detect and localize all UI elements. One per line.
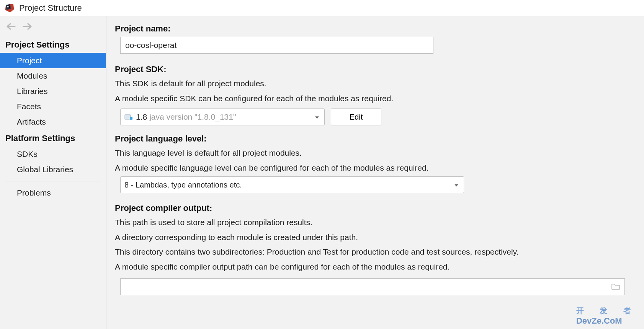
sidebar-divider bbox=[5, 181, 101, 181]
title-bar: Project Structure bbox=[0, 0, 644, 16]
sidebar-item-problems[interactable]: Problems bbox=[0, 185, 106, 201]
sidebar-item-label: SDKs bbox=[17, 150, 38, 158]
project-settings-header: Project Settings bbox=[0, 36, 106, 53]
language-level-dropdown[interactable]: 8 - Lambdas, type annotations etc. bbox=[120, 176, 464, 193]
lang-help-text: This language level is default for all p… bbox=[115, 147, 636, 160]
chevron-down-icon bbox=[314, 113, 320, 122]
compiler-output-row bbox=[120, 278, 636, 295]
back-icon[interactable] bbox=[5, 22, 16, 31]
sidebar-item-sdks[interactable]: SDKs bbox=[0, 146, 106, 162]
sidebar-item-label: Facets bbox=[17, 102, 41, 111]
dialog-body: Project Settings Project Modules Librari… bbox=[0, 16, 644, 329]
sdk-help-text: This SDK is default for all project modu… bbox=[115, 77, 636, 90]
svg-rect-3 bbox=[7, 6, 8, 7]
sdk-name: 1.8 bbox=[136, 112, 147, 122]
project-sdk-dropdown[interactable]: 1.8 java version "1.8.0_131" bbox=[120, 109, 325, 125]
sdk-row: 1.8 java version "1.8.0_131" Edit bbox=[120, 109, 636, 125]
jdk-icon bbox=[124, 114, 133, 120]
folder-browse-icon[interactable] bbox=[611, 283, 621, 291]
platform-settings-header: Platform Settings bbox=[0, 130, 106, 146]
sidebar-item-label: Artifacts bbox=[17, 117, 46, 126]
sidebar-item-project[interactable]: Project bbox=[0, 53, 106, 68]
sidebar: Project Settings Project Modules Librari… bbox=[0, 16, 106, 329]
sidebar-item-label: Problems bbox=[17, 188, 51, 197]
svg-rect-4 bbox=[8, 6, 9, 7]
compiler-output-input[interactable] bbox=[120, 278, 625, 295]
compiler-output-label: Project compiler output: bbox=[115, 203, 636, 213]
chevron-down-icon bbox=[454, 181, 459, 189]
svg-rect-5 bbox=[125, 115, 131, 119]
sidebar-item-label: Global Libraries bbox=[17, 165, 73, 174]
window-title: Project Structure bbox=[19, 3, 82, 13]
compiler-help-text: This path is used to store all project c… bbox=[115, 216, 636, 229]
main-panel: Project name: Project SDK: This SDK is d… bbox=[106, 16, 644, 329]
sdk-version: java version "1.8.0_131" bbox=[149, 112, 236, 122]
compiler-help-text: A directory corresponding to each module… bbox=[115, 231, 636, 244]
sdk-help-text: A module specific SDK can be configured … bbox=[115, 92, 636, 105]
project-sdk-label: Project SDK: bbox=[115, 64, 636, 74]
language-level-label: Project language level: bbox=[115, 134, 636, 144]
project-name-label: Project name: bbox=[115, 24, 636, 34]
sidebar-item-label: Libraries bbox=[17, 87, 48, 95]
sidebar-item-global-libraries[interactable]: Global Libraries bbox=[0, 162, 106, 177]
compiler-help-text: A module specific compiler output path c… bbox=[115, 261, 636, 273]
lang-help-text: A module specific language level can be … bbox=[115, 162, 636, 174]
sidebar-item-artifacts[interactable]: Artifacts bbox=[0, 114, 106, 130]
nav-arrows bbox=[0, 18, 106, 36]
language-level-value: 8 - Lambdas, type annotations etc. bbox=[124, 181, 242, 189]
project-name-input[interactable] bbox=[120, 37, 433, 54]
forward-icon[interactable] bbox=[22, 22, 33, 31]
sidebar-item-facets[interactable]: Facets bbox=[0, 99, 106, 114]
intellij-icon bbox=[5, 3, 15, 13]
svg-rect-6 bbox=[130, 117, 132, 120]
sidebar-item-label: Modules bbox=[17, 71, 47, 80]
sidebar-item-label: Project bbox=[17, 56, 42, 65]
compiler-help-text: This directory contains two subdirectori… bbox=[115, 246, 636, 258]
edit-sdk-button[interactable]: Edit bbox=[331, 109, 381, 125]
sidebar-item-libraries[interactable]: Libraries bbox=[0, 84, 106, 99]
sidebar-item-modules[interactable]: Modules bbox=[0, 68, 106, 84]
